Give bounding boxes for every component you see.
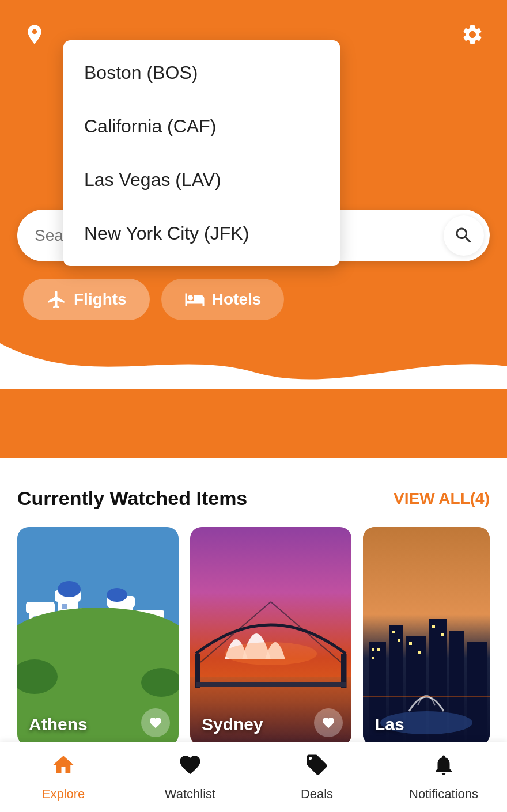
- hotels-label: Hotels: [212, 290, 262, 309]
- nav-item-watchlist[interactable]: Watchlist: [156, 753, 225, 802]
- content-section: Currently Watched Items VIEW ALL(4): [0, 458, 507, 763]
- settings-icon[interactable]: [461, 23, 484, 48]
- nav-label-notifications: Notifications: [409, 787, 478, 802]
- svg-rect-40: [392, 631, 395, 633]
- flights-label: Flights: [74, 290, 127, 309]
- nav-label-explore: Explore: [42, 787, 85, 802]
- card-athens[interactable]: Athens: [17, 527, 179, 746]
- category-buttons: Flights Hotels: [0, 261, 507, 320]
- cards-row: Athens: [17, 527, 490, 746]
- svg-point-12: [107, 588, 127, 602]
- section-title: Currently Watched Items: [17, 487, 247, 510]
- card-lasvegas-label: Las: [374, 715, 404, 734]
- view-all-button[interactable]: VIEW ALL(4): [394, 490, 490, 508]
- svg-rect-45: [441, 633, 444, 636]
- svg-rect-44: [432, 625, 435, 628]
- svg-rect-3: [26, 602, 55, 613]
- heart-icon: [178, 753, 202, 782]
- svg-rect-28: [196, 682, 346, 687]
- bottom-navigation: Explore Watchlist Deals Notifications: [0, 742, 507, 812]
- svg-rect-37: [372, 648, 374, 651]
- nav-item-deals[interactable]: Deals: [282, 753, 351, 802]
- dropdown-item-newyork[interactable]: New York City (JFK): [63, 207, 340, 260]
- nav-item-notifications[interactable]: Notifications: [409, 753, 478, 802]
- hero-section: Boston (BOS) California (CAF) Las Vegas …: [0, 0, 507, 458]
- tag-icon: [305, 753, 329, 782]
- card-athens-label: Athens: [29, 715, 88, 734]
- svg-rect-38: [377, 648, 380, 651]
- section-header: Currently Watched Items VIEW ALL(4): [17, 487, 490, 510]
- dropdown-item-lasvegas[interactable]: Las Vegas (LAV): [63, 153, 340, 207]
- svg-point-11: [58, 581, 81, 597]
- location-dropdown[interactable]: Boston (BOS) California (CAF) Las Vegas …: [63, 40, 340, 266]
- hotels-button[interactable]: Hotels: [161, 279, 285, 320]
- card-sydney-watch[interactable]: [314, 708, 343, 737]
- nav-item-explore[interactable]: Explore: [29, 753, 98, 802]
- dropdown-item-boston[interactable]: Boston (BOS): [63, 46, 340, 100]
- nav-label-watchlist: Watchlist: [165, 787, 215, 802]
- card-sydney-label: Sydney: [202, 715, 263, 734]
- svg-rect-42: [409, 642, 412, 645]
- svg-rect-39: [372, 657, 374, 659]
- flights-button[interactable]: Flights: [23, 279, 150, 320]
- card-sydney[interactable]: Sydney: [190, 527, 351, 746]
- svg-rect-41: [398, 639, 400, 642]
- svg-point-29: [225, 642, 317, 665]
- svg-rect-43: [418, 651, 421, 654]
- dropdown-item-california[interactable]: California (CAF): [63, 100, 340, 153]
- bell-icon: [432, 753, 456, 782]
- card-lasvegas[interactable]: Las: [363, 527, 490, 746]
- location-icon[interactable]: [23, 23, 46, 48]
- card-athens-watch[interactable]: [141, 708, 170, 737]
- home-icon: [51, 753, 75, 782]
- nav-label-deals: Deals: [301, 787, 333, 802]
- svg-rect-15: [62, 604, 67, 609]
- svg-rect-36: [467, 642, 487, 746]
- search-button[interactable]: [444, 215, 484, 256]
